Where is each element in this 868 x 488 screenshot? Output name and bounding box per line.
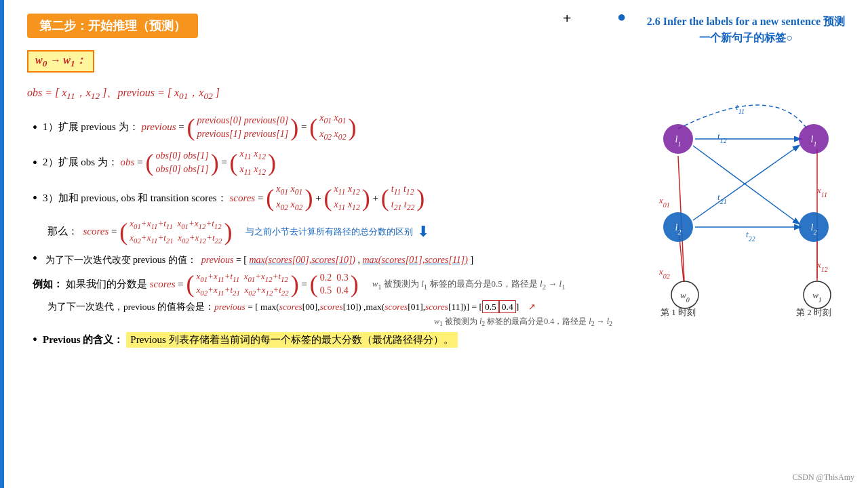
- svg-point-16: [663, 124, 693, 154]
- svg-text:t11: t11: [736, 102, 745, 115]
- csdn-watermark: CSDN @ThisAmy: [793, 472, 854, 483]
- svg-text:t21: t21: [717, 192, 727, 205]
- w-notation: w0 → w1：: [27, 50, 94, 73]
- bullet2-dot: •: [33, 156, 37, 169]
- plus-symbol: +: [563, 7, 572, 29]
- svg-text:x12: x12: [816, 260, 828, 273]
- svg-text:x02: x02: [658, 266, 670, 280]
- main-page: 第二步：开始推理（预测） + ● 2.6 Infer the labels fo…: [0, 0, 868, 488]
- svg-point-22: [799, 212, 829, 242]
- previous-meaning: • Previous 的含义： Previous 列表存储着当前词的每一个标签的…: [33, 332, 848, 348]
- svg-text:第 1 时刻: 第 1 时刻: [660, 307, 696, 317]
- step-header: 第二步：开始推理（预测）: [27, 14, 198, 38]
- svg-text:t22: t22: [746, 229, 755, 243]
- bullet3-dot: •: [33, 191, 37, 205]
- svg-text:x11: x11: [816, 185, 827, 199]
- svg-text:第 2 时刻: 第 2 时刻: [796, 307, 831, 317]
- top-right-title: + ● 2.6 Infer the labels for a new sente…: [644, 14, 848, 46]
- svg-point-18: [799, 124, 829, 154]
- dot-symbol: ●: [617, 5, 626, 28]
- top-right-label: 2.6 Infer the labels for a new sentence …: [647, 16, 845, 43]
- graph-area: t11 t12 t21 t22 x01 x02 x11 x12: [617, 95, 861, 319]
- bullet1-dot: •: [33, 121, 37, 134]
- svg-point-20: [663, 212, 693, 242]
- svg-text:x01: x01: [658, 195, 670, 209]
- svg-text:t12: t12: [717, 131, 727, 144]
